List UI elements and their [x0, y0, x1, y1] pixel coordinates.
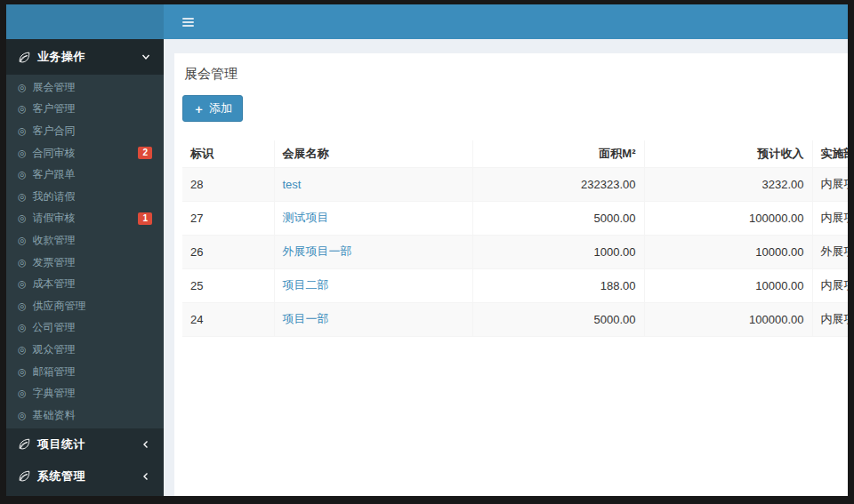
- dot-circle-icon: ◎: [18, 213, 27, 223]
- sidebar-item[interactable]: ◎ 合同审核 2: [6, 142, 164, 164]
- treeview-business-operations: ◎ 展会管理 ◎ 客户管理 ◎ 客户合同 ◎: [6, 75, 164, 428]
- dot-circle-icon: ◎: [18, 126, 27, 136]
- cell-income: 3232.00: [644, 167, 812, 201]
- sidebar-section-project-stats[interactable]: 项目统计: [6, 428, 164, 460]
- dot-circle-icon: ◎: [18, 83, 27, 92]
- cell-id: 26: [182, 235, 274, 268]
- cell-dept: 内展项目: [812, 302, 848, 336]
- cell-name: 项目一部: [274, 302, 472, 336]
- sidebar-item-label: 字典管理: [33, 386, 76, 401]
- count-badge: 2: [138, 147, 152, 159]
- sidebar-section-system[interactable]: 系统管理: [6, 460, 164, 492]
- sidebar-item-label: 基础资料: [33, 408, 76, 423]
- chevron-left-icon: [141, 471, 151, 482]
- sidebar-item[interactable]: ◎ 公司管理: [6, 317, 164, 340]
- page-title: 展会管理: [182, 62, 848, 95]
- hamburger-icon: [182, 18, 194, 20]
- dot-circle-icon: ◎: [18, 104, 27, 114]
- sidebar-item[interactable]: ◎ 观众管理: [6, 339, 164, 361]
- dot-circle-icon: ◎: [18, 323, 27, 332]
- table-row: 28 test 232323.00 3232.00 内展项目: [182, 167, 848, 201]
- plus-icon: ＋: [193, 103, 205, 115]
- table-header-row: 标识 会展名称 面积M² 预计收入 实施部门: [182, 140, 848, 167]
- dot-circle-icon: ◎: [18, 170, 27, 180]
- sidebar-section-business[interactable]: 业务操作: [6, 39, 164, 75]
- dot-circle-icon: ◎: [18, 258, 27, 268]
- sidebar-item-label: 客户跟单: [33, 167, 76, 182]
- column-header-area: 面积M²: [472, 140, 644, 167]
- cell-name: 外展项目一部: [274, 235, 472, 268]
- table-row: 26 外展项目一部 1000.00 10000.00 外展项目: [182, 235, 848, 268]
- dot-circle-icon: ◎: [18, 192, 27, 202]
- dot-circle-icon: ◎: [18, 236, 27, 245]
- dot-circle-icon: ◎: [18, 388, 27, 398]
- sidebar-item-label: 观众管理: [33, 342, 76, 357]
- cell-dept: 内展项目: [812, 201, 848, 235]
- exhibition-management-card: 展会管理 ＋ 添加 标识 会展名称 面积M²: [174, 53, 848, 496]
- chevron-down-icon: [141, 52, 151, 62]
- leaf-icon: [19, 470, 30, 482]
- exhibition-link[interactable]: test: [283, 178, 302, 191]
- sidebar-item[interactable]: ◎ 字典管理: [6, 382, 164, 404]
- sidebar-item-label: 成本管理: [33, 276, 76, 292]
- cell-area: 5000.00: [472, 302, 644, 336]
- dot-circle-icon: ◎: [18, 367, 27, 377]
- cell-income: 100000.00: [644, 201, 812, 235]
- sidebar-item[interactable]: ◎ 供应商管理: [6, 295, 164, 317]
- top-navbar: [164, 4, 848, 39]
- sidebar-item-label: 发票管理: [33, 255, 76, 270]
- cell-id: 24: [182, 302, 274, 336]
- add-button-label: 添加: [209, 100, 232, 116]
- sidebar-item-label: 我的请假: [33, 189, 76, 204]
- sidebar-item[interactable]: ◎ 客户管理: [6, 99, 164, 121]
- sidebar-item[interactable]: ◎ 展会管理: [6, 76, 164, 99]
- exhibition-link[interactable]: 外展项目一部: [283, 244, 352, 258]
- sidebar-toggle-button[interactable]: [173, 9, 203, 36]
- sidebar-section-label: 项目统计: [37, 436, 85, 452]
- column-header-name: 会展名称: [274, 140, 472, 167]
- cell-dept: 内展项目: [812, 268, 848, 302]
- sidebar-item[interactable]: ◎ 请假审核 1: [6, 208, 164, 230]
- table-row: 24 项目一部 5000.00 100000.00 内展项目: [182, 302, 848, 336]
- sidebar-item-label: 请假审核: [33, 211, 76, 226]
- exhibition-link[interactable]: 测试项目: [283, 211, 329, 224]
- logo-area[interactable]: [6, 4, 164, 39]
- cell-name: test: [274, 167, 472, 201]
- cell-income: 10000.00: [644, 235, 812, 268]
- sidebar-item[interactable]: ◎ 客户跟单: [6, 164, 164, 186]
- dot-circle-icon: ◎: [18, 279, 27, 289]
- cell-dept: 内展项目: [812, 167, 848, 201]
- sidebar-item-label: 合同审核: [33, 146, 76, 161]
- sidebar-item[interactable]: ◎ 邮箱管理: [6, 361, 164, 383]
- sidebar-item-label: 邮箱管理: [33, 364, 76, 380]
- sidebar-item-label: 收款管理: [33, 233, 76, 248]
- sidebar-item[interactable]: ◎ 发票管理: [6, 252, 164, 274]
- cell-income: 10000.00: [644, 268, 812, 302]
- cell-name: 测试项目: [274, 201, 472, 235]
- column-header-income: 预计收入: [644, 140, 812, 167]
- cell-id: 25: [182, 268, 274, 302]
- sidebar-item-label: 供应商管理: [33, 299, 86, 314]
- cell-area: 232323.00: [472, 167, 644, 201]
- dot-circle-icon: ◎: [18, 345, 27, 355]
- cell-income: 100000.00: [644, 302, 812, 336]
- sidebar-item[interactable]: ◎ 我的请假: [6, 186, 164, 208]
- dot-circle-icon: ◎: [18, 148, 27, 158]
- cell-name: 项目二部: [274, 268, 472, 302]
- sidebar-item[interactable]: ◎ 客户合同: [6, 120, 164, 142]
- chevron-left-icon: [141, 439, 151, 450]
- exhibition-link[interactable]: 项目二部: [283, 278, 329, 292]
- cell-id: 28: [182, 167, 274, 201]
- leaf-icon: [19, 438, 30, 450]
- sidebar-item[interactable]: ◎ 基础资料: [6, 404, 164, 427]
- add-button[interactable]: ＋ 添加: [182, 95, 243, 122]
- exhibition-link[interactable]: 项目一部: [283, 312, 329, 325]
- dot-circle-icon: ◎: [18, 301, 27, 311]
- sidebar-section-label: 系统管理: [37, 468, 85, 484]
- sidebar: 业务操作 ◎ 展会管理 ◎ 客户管理: [6, 4, 164, 496]
- sidebar-item[interactable]: ◎ 成本管理: [6, 273, 164, 295]
- sidebar-item-label: 展会管理: [33, 80, 76, 95]
- sidebar-item[interactable]: ◎ 收款管理: [6, 229, 164, 252]
- cell-dept: 外展项目: [812, 235, 848, 268]
- app-window: 业务操作 ◎ 展会管理 ◎ 客户管理: [6, 4, 848, 496]
